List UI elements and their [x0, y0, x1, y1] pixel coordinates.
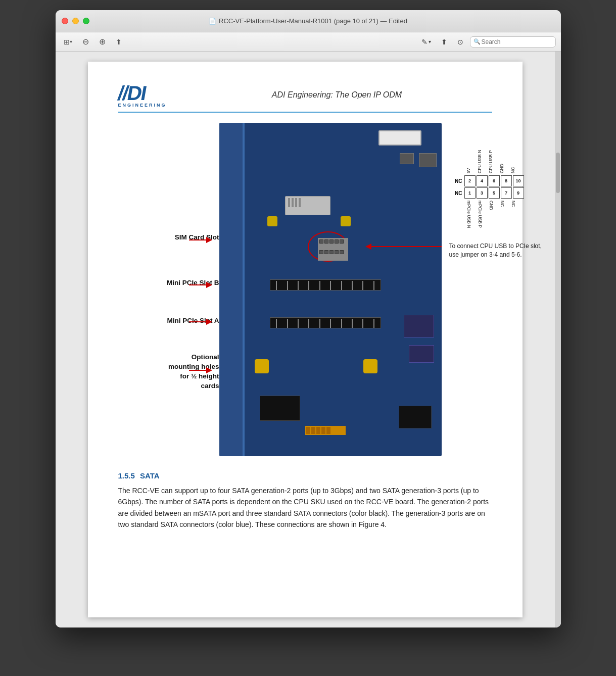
pin-8: 8	[501, 175, 512, 186]
search-wrapper: 🔍	[470, 36, 556, 47]
pin-label-nc-even: NC	[449, 178, 462, 184]
zoom-out-button[interactable]: ⊖	[79, 35, 92, 49]
share-icon: ⬆	[116, 38, 122, 46]
left-labels: SIM Card Slot Mini PCIe Slot B Mini PCIe…	[118, 123, 219, 456]
toolbar: ⊞ ▾ ⊖ ⊕ ⬆ ✎ ▾ ⬆ ⊙ 🔍	[56, 32, 561, 52]
adi-logo: //DI ENGINEERING	[118, 82, 167, 108]
chevron-down-icon: ▾	[70, 39, 72, 44]
pin-label-mpcie-usbn: mPCIe USB N	[463, 201, 475, 236]
even-pins-row: NC 2 4 6 8 10	[449, 175, 543, 186]
sidebar-icon: ⊞	[64, 38, 70, 46]
pin-7: 7	[501, 187, 512, 199]
sidebar-toggle-button[interactable]: ⊞ ▾	[61, 36, 75, 48]
pin-label-cpu-usb-n: CPU USB N	[475, 138, 486, 173]
minimize-button[interactable]	[72, 18, 79, 24]
close-button[interactable]	[62, 18, 68, 24]
section-heading-wrapper: 1.5.5 SATA The RCC-VE can support up to …	[118, 471, 492, 530]
pin-3: 3	[477, 187, 488, 199]
titlebar: 📄 RCC-VE-Platform-User-Manual-R1001 (pag…	[56, 10, 561, 32]
board-section: SIM Card Slot Mini PCIe Slot B Mini PCIe…	[118, 123, 492, 456]
pin-label-nc-bot1: NC	[497, 201, 508, 236]
pin-label-nc-top: NC	[508, 138, 519, 173]
center-board	[219, 123, 442, 456]
pin-4: 4	[477, 175, 488, 186]
zoom-out-icon: ⊖	[82, 37, 89, 46]
person-icon: ⊙	[457, 38, 463, 46]
zoom-in-button[interactable]: ⊕	[96, 35, 109, 49]
odd-pins-row: NC 1 3 5 7 9	[449, 187, 543, 199]
bottom-pin-labels: mPCIe USB N mPCIe USB P GND NC NC	[463, 201, 543, 236]
search-input[interactable]	[470, 36, 556, 47]
pin-label-cpu-usb-p: CPU USB P	[486, 138, 497, 173]
pdf-page: //DI ENGINEERING ADI Engineering: The Op…	[88, 62, 523, 617]
account-button[interactable]: ⊙	[454, 36, 467, 48]
pin-label-gnd-top: GND	[497, 138, 508, 173]
connector-note: To connect CPU USB to PCIe slot, use jum…	[449, 242, 543, 259]
share2-button[interactable]: ⬆	[438, 36, 451, 48]
right-connector-info: 5V CPU USB N CPU USB P GND NC NC 2 4	[442, 123, 543, 456]
document-icon: 📄	[209, 18, 216, 25]
page-container[interactable]: //DI ENGINEERING ADI Engineering: The Op…	[56, 52, 555, 627]
board-overlay-svg	[219, 123, 442, 456]
pin-label-mpcie-usbp: mPCIe USB P	[475, 201, 486, 236]
share2-icon: ⬆	[441, 38, 447, 46]
pin-9: 9	[513, 187, 524, 199]
pin-1: 1	[464, 187, 476, 199]
zoom-in-icon: ⊕	[99, 37, 106, 46]
top-pin-labels: 5V CPU USB N CPU USB P GND NC	[463, 138, 543, 173]
section-heading: 1.5.5 SATA	[118, 471, 492, 480]
section-body: The RCC-VE can support up to four SATA g…	[118, 485, 492, 530]
header-title: ADI Engineering: The Open IP ODM	[182, 90, 492, 100]
maximize-button[interactable]	[83, 18, 89, 24]
traffic-lights	[62, 18, 89, 24]
pin-5: 5	[489, 187, 500, 199]
pin-2: 2	[464, 175, 476, 186]
pin-label-nc-odd: NC	[449, 190, 462, 196]
arrow-svg	[118, 123, 219, 456]
section-number: 1.5.5	[118, 471, 135, 480]
annotate-button[interactable]: ✎ ▾	[418, 36, 435, 48]
pin-diagram: 5V CPU USB N CPU USB P GND NC NC 2 4	[449, 138, 543, 236]
toolbar-right: ✎ ▾ ⬆ ⊙ 🔍	[418, 36, 556, 48]
pin-6: 6	[489, 175, 500, 186]
logo-text: //DI	[118, 82, 146, 105]
content-area: //DI ENGINEERING ADI Engineering: The Op…	[56, 52, 561, 627]
pin-10: 10	[513, 175, 524, 186]
section-title: SATA	[140, 471, 160, 480]
page-header: //DI ENGINEERING ADI Engineering: The Op…	[118, 82, 492, 113]
share-button[interactable]: ⬆	[113, 36, 125, 48]
pcb-image	[219, 123, 442, 456]
app-window: 📄 RCC-VE-Platform-User-Manual-R1001 (pag…	[56, 10, 561, 627]
pen-icon: ✎	[421, 38, 428, 46]
pin-label-gnd-bot: GND	[486, 201, 497, 236]
annotate-dropdown-icon: ▾	[429, 39, 431, 44]
window-title: 📄 RCC-VE-Platform-User-Manual-R1001 (pag…	[209, 17, 407, 25]
pin-label-5v: 5V	[463, 138, 475, 173]
pin-label-nc-bot2: NC	[508, 201, 519, 236]
scrollbar-thumb[interactable]	[556, 153, 560, 193]
scrollbar[interactable]	[555, 52, 561, 627]
